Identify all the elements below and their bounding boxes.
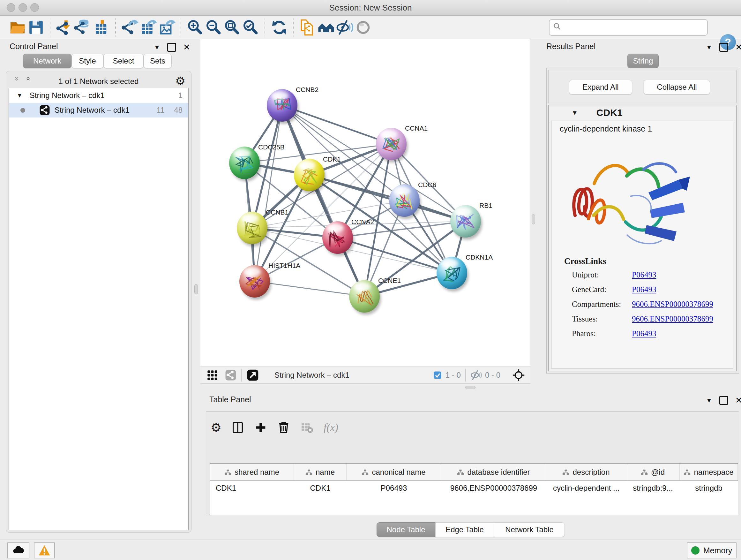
left-splitter-handle[interactable] [194,284,198,294]
birdseye-view-icon[interactable] [246,369,259,381]
delete-column-icon[interactable] [277,421,290,434]
collapse-all-button[interactable]: Collapse All [644,80,710,95]
column-header-name[interactable]: name [294,463,347,481]
zoom-in-button[interactable] [186,18,205,37]
tab-sets[interactable]: Sets [144,54,172,68]
node-CCNA2[interactable]: CCNA2 [322,218,374,254]
table-cell[interactable]: 9606.ENSP00000378699 [441,481,546,495]
import-network-file-button[interactable] [55,18,74,37]
results-entry-panel: ▼ CDK1 cyclin-dependent kinase 1 [548,105,737,371]
crosslink-value-link[interactable]: 9606.ENSP00000378699 [632,314,713,323]
node-CCNA1[interactable]: CCNA1 [376,125,428,160]
memory-status-dot [691,546,699,555]
selected-checkbox-icon[interactable] [433,370,442,380]
table-cell[interactable]: stringdb [680,481,738,495]
tab-select[interactable]: Select [104,54,144,68]
panel-menu-caret-icon[interactable]: ▼ [706,397,712,404]
clone-network-button[interactable] [298,18,317,37]
tab-network[interactable]: Network [23,54,71,68]
search-field[interactable] [549,19,708,36]
node-RB1[interactable]: RB1 [450,202,492,238]
crosslink-value-link[interactable]: P06493 [632,285,656,294]
open-session-button[interactable] [8,18,27,37]
export-table-button[interactable] [139,18,158,37]
node-label-CCNB2: CCNB2 [296,86,319,93]
current-network-name: String Network – cdk1 [274,371,349,380]
crosshair-icon[interactable] [512,368,525,382]
panel-float-icon[interactable] [719,43,728,52]
node-table[interactable]: shared namenamecanonical namedatabase id… [210,463,738,515]
collection-expander-icon[interactable]: ▼ [17,92,23,99]
refresh-view-button[interactable] [270,18,288,37]
refresh-icon [271,19,288,36]
import-network-database-button[interactable] [74,18,92,37]
column-header-canonical-name[interactable]: canonical name [347,463,441,481]
hidden-eye-icon[interactable] [470,369,482,381]
panel-close-icon[interactable]: ✕ [183,44,191,51]
edge-CCNB2-CCNA1[interactable] [282,105,391,144]
zoom-fit-button[interactable] [223,18,242,37]
panel-float-icon[interactable] [167,43,176,52]
edge-CCNA2-CDKN1A[interactable] [338,238,452,273]
panel-menu-caret-icon[interactable]: ▼ [706,44,712,51]
add-column-icon[interactable] [254,421,267,434]
home-button[interactable] [317,18,335,37]
table-cell[interactable]: CDK1 [210,481,294,495]
network-list[interactable]: ▼ String Network – cdk1 1 String Network… [9,88,189,530]
show-columns-icon[interactable] [231,421,245,434]
tab-edge-table[interactable]: Edge Table [435,522,494,537]
main-toolbar: ? [0,16,741,39]
tab-string[interactable]: String [627,54,659,68]
hide-graphics-details-button[interactable] [335,18,354,37]
table-cell[interactable]: cyclin-dependent ... [546,481,626,495]
panel-menu-caret-icon[interactable]: ▼ [154,44,160,51]
network-view-canvas[interactable]: CCNB2CCNA1CDC25BCDK1CDC6RB1CCNB1CCNA2CDK… [200,39,530,367]
bottom-splitter-handle[interactable] [465,386,475,389]
zoom-selected-button[interactable] [242,18,260,37]
export-image-button[interactable] [158,18,176,37]
network-row[interactable]: String Network – cdk1 11 48 [9,103,188,118]
import-table-button[interactable] [92,18,111,37]
column-header-namespace[interactable]: namespace [680,463,738,481]
section-expander-icon[interactable]: ▼ [571,109,578,117]
zoom-out-button[interactable] [205,18,223,37]
column-header-shared-name[interactable]: shared name [210,463,294,481]
node-CCNB1[interactable]: CCNB1 [237,208,288,244]
node-CDK1[interactable]: CDK1 [294,155,341,191]
network-collection-row[interactable]: ▼ String Network – cdk1 1 [9,88,188,103]
crosslink-value-link[interactable]: P06493 [632,270,656,279]
show-details-button[interactable] [354,18,373,37]
save-session-button[interactable] [27,18,45,37]
panel-float-icon[interactable] [719,396,728,405]
export-network-button[interactable] [121,18,139,37]
table-options-gear-icon[interactable]: ⚙ [211,421,221,434]
crosslink-value-link[interactable]: 9606.ENSP00000378699 [632,300,713,309]
warnings-button[interactable] [34,543,55,558]
column-header-description[interactable]: description [546,463,626,481]
tab-style[interactable]: Style [71,54,104,68]
node-HIST1H1A[interactable]: HIST1H1A [239,262,300,298]
column-header--id[interactable]: @id [626,463,680,481]
control-panel-body: 1 of 1 Network selected ⚙ ▼ String Netwo… [6,71,192,533]
node-CCNE1[interactable]: CCNE1 [349,277,401,313]
memory-button[interactable]: Memory [687,543,737,558]
tab-node-table[interactable]: Node Table [377,522,435,537]
column-header-database-identifier[interactable]: database identifier [441,463,546,481]
right-splitter-handle[interactable] [532,214,535,225]
grid-view-icon[interactable] [206,369,218,381]
crosslink-value-link[interactable]: P06493 [632,329,656,338]
table-cell[interactable]: P06493 [347,481,441,495]
panel-close-icon[interactable]: ✕ [735,397,741,404]
share-view-icon[interactable] [225,369,237,381]
crosslink-label: GeneCard: [572,285,606,294]
panel-close-icon[interactable]: ✕ [735,44,741,51]
edge-CDK1-RB1[interactable] [309,175,466,221]
tab-network-table[interactable]: Network Table [494,522,565,537]
search-input[interactable] [567,21,707,34]
network-options-gear-icon[interactable]: ⚙ [175,74,185,88]
expand-all-button[interactable]: Expand All [569,80,632,95]
gene-section-header[interactable]: ▼ CDK1 [549,105,736,120]
table-cell[interactable]: CDK1 [294,481,347,495]
cloud-button[interactable] [7,543,29,558]
table-cell[interactable]: stringdb:9... [626,481,680,495]
